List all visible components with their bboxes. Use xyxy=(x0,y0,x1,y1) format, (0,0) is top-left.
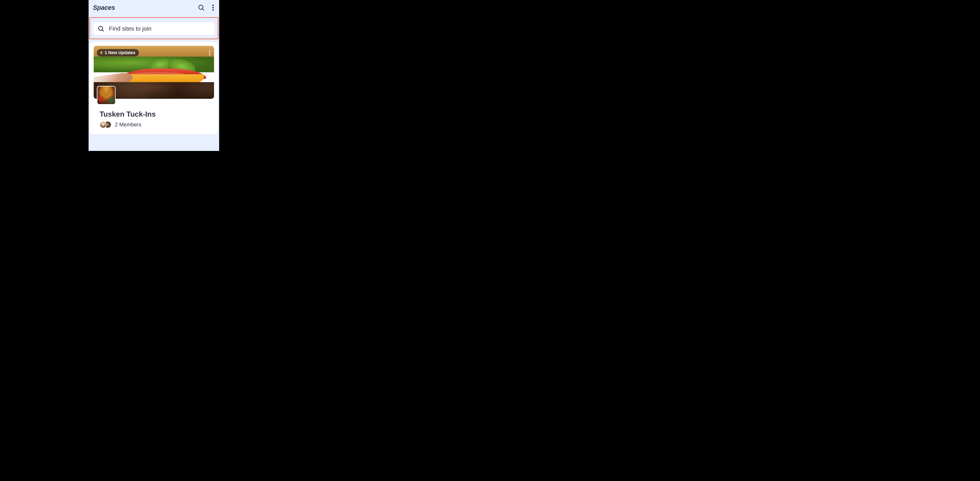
svg-point-9 xyxy=(209,54,210,56)
header: Spaces xyxy=(89,0,219,13)
svg-point-8 xyxy=(209,53,210,54)
header-more-button[interactable] xyxy=(211,3,215,12)
card-more-button[interactable] xyxy=(208,49,212,57)
avatar xyxy=(100,121,107,128)
page-title: Spaces xyxy=(93,4,115,11)
space-thumbnail xyxy=(97,86,116,105)
svg-line-6 xyxy=(102,30,103,31)
svg-point-3 xyxy=(212,7,214,8)
more-vertical-icon xyxy=(212,4,214,11)
members-row: S 2 Members xyxy=(100,121,210,128)
svg-point-7 xyxy=(209,51,210,52)
svg-point-4 xyxy=(212,9,214,11)
svg-line-1 xyxy=(202,9,204,10)
card-hero-image: 1 New Updates xyxy=(94,46,214,99)
svg-point-2 xyxy=(212,5,214,6)
member-avatars: S xyxy=(100,121,111,128)
updates-badge-text: 1 New Updates xyxy=(105,50,135,55)
search-icon xyxy=(198,4,205,11)
space-card[interactable]: 1 New Updates Tusken Tuck-Ins xyxy=(90,42,218,134)
header-actions xyxy=(197,3,215,12)
card-inner: 1 New Updates Tusken Tuck-Ins xyxy=(94,46,214,131)
more-vertical-icon xyxy=(209,50,210,56)
members-count: 2 Members xyxy=(115,122,141,128)
search-bar[interactable]: Find sites to join xyxy=(93,22,215,35)
app-container: Spaces xyxy=(89,0,219,151)
space-title: Tusken Tuck-Ins xyxy=(100,110,210,118)
avatar-initial: S xyxy=(107,123,109,127)
bolt-icon xyxy=(100,50,103,55)
search-icon xyxy=(98,25,104,32)
updates-badge[interactable]: 1 New Updates xyxy=(97,49,139,56)
header-search-button[interactable] xyxy=(197,3,205,12)
search-highlight-box: Find sites to join xyxy=(89,17,218,39)
search-placeholder: Find sites to join xyxy=(109,25,151,32)
